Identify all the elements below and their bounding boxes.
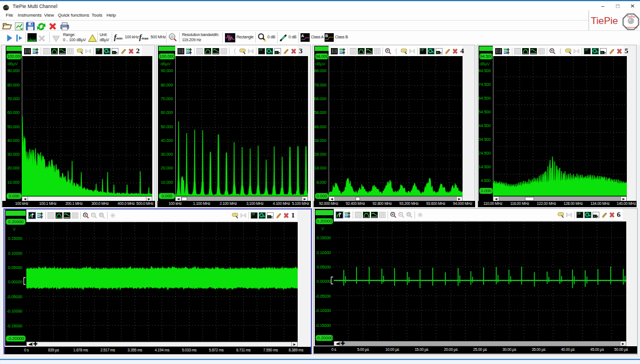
svg-text:engineering: engineering [626,26,638,29]
svg-text:(0: (0 [170,35,173,39]
svg-text:A: A [301,34,304,38]
svg-text:TiePie: TiePie [627,15,635,18]
svg-text:B: B [325,34,328,38]
